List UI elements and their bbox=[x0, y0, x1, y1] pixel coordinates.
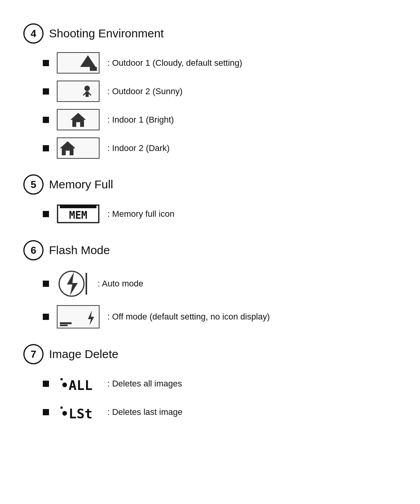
section-6-title: Flash Mode bbox=[49, 244, 110, 257]
section-4: 4 Shooting Environment : Outdoor 1 (Clou… bbox=[23, 23, 397, 159]
list-item: •LSt ▪ : Deletes last image bbox=[43, 401, 397, 423]
section-6-items: : Auto mode : Off mode (default setting,… bbox=[23, 269, 397, 328]
outdoor1-description: : Outdoor 1 (Cloudy, default setting) bbox=[107, 58, 242, 68]
section-4-number: 4 bbox=[23, 23, 44, 44]
svg-text:MEM: MEM bbox=[69, 209, 88, 221]
bullet-icon bbox=[43, 60, 49, 66]
svg-text:▪: ▪ bbox=[60, 404, 63, 410]
bullet-icon bbox=[43, 381, 49, 387]
svg-rect-17 bbox=[60, 205, 96, 208]
bullet-icon bbox=[43, 211, 49, 217]
indoor2-description: : Indoor 2 (Dark) bbox=[107, 143, 170, 153]
section-7-header: 7 Image Delete bbox=[23, 344, 397, 364]
mem-description: : Memory full icon bbox=[107, 209, 174, 219]
section-4-header: 4 Shooting Environment bbox=[23, 23, 397, 44]
indoor1-description: : Indoor 1 (Bright) bbox=[107, 115, 174, 125]
outdoor2-icon bbox=[57, 81, 100, 102]
lst-icon: •LSt ▪ bbox=[57, 401, 100, 423]
svg-text:▪: ▪ bbox=[60, 376, 63, 382]
indoor2-icon bbox=[57, 137, 100, 159]
bullet-icon bbox=[43, 145, 49, 151]
svg-text:•ALL: •ALL bbox=[61, 378, 93, 393]
list-item: MEM : Memory full icon bbox=[43, 203, 397, 225]
svg-rect-24 bbox=[60, 322, 72, 324]
outdoor2-description: : Outdoor 2 (Sunny) bbox=[107, 86, 182, 97]
section-7: 7 Image Delete •ALL ▪ : Deletes all imag… bbox=[23, 344, 397, 423]
section-7-number: 7 bbox=[23, 344, 44, 364]
section-5-header: 5 Memory Full bbox=[23, 174, 397, 195]
section-7-title: Image Delete bbox=[49, 348, 118, 361]
svg-point-4 bbox=[84, 86, 90, 91]
flash-off-description: : Off mode (default setting, no icon dis… bbox=[107, 312, 270, 322]
svg-rect-2 bbox=[90, 67, 97, 71]
mem-icon: MEM bbox=[57, 203, 100, 225]
flash-auto-icon bbox=[57, 269, 90, 298]
list-item: : Outdoor 2 (Sunny) bbox=[43, 81, 397, 102]
flash-off-icon bbox=[57, 305, 100, 328]
lst-description: : Deletes last image bbox=[107, 407, 182, 417]
section-6-header: 6 Flash Mode bbox=[23, 240, 397, 260]
section-6: 6 Flash Mode : Auto mode bbox=[23, 240, 397, 328]
flash-auto-description: : Auto mode bbox=[98, 279, 143, 289]
section-4-title: Shooting Environment bbox=[49, 27, 164, 40]
list-item: : Indoor 2 (Dark) bbox=[43, 137, 397, 159]
bullet-icon bbox=[43, 409, 49, 415]
svg-rect-11 bbox=[76, 122, 80, 127]
svg-text:•LSt: •LSt bbox=[61, 406, 93, 421]
section-5-items: MEM : Memory full icon bbox=[23, 203, 397, 225]
all-description: : Deletes all images bbox=[107, 379, 182, 389]
all-icon: •ALL ▪ bbox=[57, 373, 100, 394]
list-item: : Indoor 1 (Bright) bbox=[43, 109, 397, 130]
bullet-icon bbox=[43, 281, 49, 287]
outdoor1-icon bbox=[57, 52, 100, 74]
section-5: 5 Memory Full MEM : Memory full icon bbox=[23, 174, 397, 225]
section-4-items: : Outdoor 1 (Cloudy, default setting) : … bbox=[23, 52, 397, 159]
bullet-icon bbox=[43, 88, 49, 95]
list-item: : Outdoor 1 (Cloudy, default setting) bbox=[43, 52, 397, 74]
list-item: : Auto mode bbox=[43, 269, 397, 298]
svg-rect-3 bbox=[57, 81, 99, 102]
svg-rect-25 bbox=[60, 325, 68, 326]
section-5-number: 5 bbox=[23, 174, 44, 195]
bullet-icon bbox=[43, 314, 49, 320]
svg-marker-20 bbox=[67, 272, 78, 295]
section-6-number: 6 bbox=[23, 240, 44, 260]
svg-rect-15 bbox=[66, 151, 70, 155]
section-5-title: Memory Full bbox=[49, 178, 113, 191]
indoor1-icon bbox=[57, 109, 100, 130]
list-item: : Off mode (default setting, no icon dis… bbox=[43, 305, 397, 328]
section-7-items: •ALL ▪ : Deletes all images •LSt ▪ : Del… bbox=[23, 373, 397, 423]
bullet-icon bbox=[43, 117, 49, 123]
list-item: •ALL ▪ : Deletes all images bbox=[43, 373, 397, 394]
